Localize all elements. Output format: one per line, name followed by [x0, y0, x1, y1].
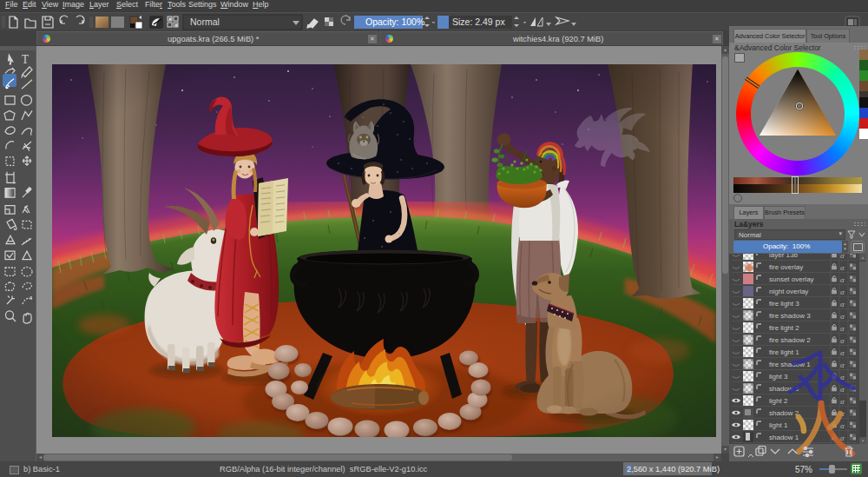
- svg-text:α: α: [840, 312, 845, 321]
- svg-text:T: T: [22, 53, 29, 66]
- svg-text:Normal: Normal: [190, 17, 220, 27]
- svg-text:α: α: [840, 300, 845, 308]
- svg-text:α: α: [840, 288, 845, 296]
- svg-text:α: α: [840, 263, 845, 272]
- svg-text:α: α: [840, 324, 845, 333]
- svg-text:Size: 2.49 px: Size: 2.49 px: [452, 17, 505, 27]
- svg-text:α: α: [840, 254, 845, 260]
- svg-text:Opacity: 100%: Opacity: 100%: [365, 17, 424, 27]
- svg-text:α: α: [840, 275, 845, 284]
- svg-text:α: α: [840, 336, 845, 345]
